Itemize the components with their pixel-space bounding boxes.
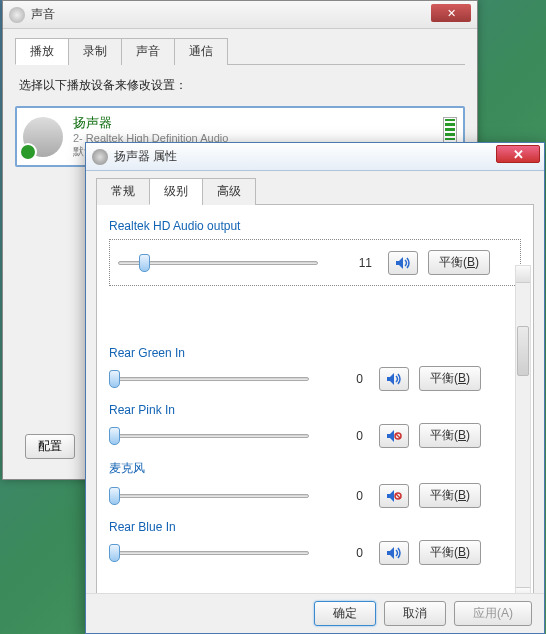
cancel-button[interactable]: 取消 xyxy=(384,601,446,626)
slider-track xyxy=(109,551,309,555)
volume-value: 0 xyxy=(319,489,369,503)
tab-advanced[interactable]: 高级 xyxy=(202,178,256,205)
props-body: 常规 级别 高级 Realtek HD Audio output11平衡(B)R… xyxy=(86,171,544,593)
svg-line-3 xyxy=(396,494,400,498)
channel-group: 麦克风0平衡(B) xyxy=(109,460,521,508)
slider-thumb[interactable] xyxy=(139,254,150,272)
scrollbar-thumb[interactable] xyxy=(517,326,529,376)
levels-panel: Realtek HD Audio output11平衡(B)Rear Green… xyxy=(96,205,534,597)
instruction-text: 选择以下播放设备来修改设置： xyxy=(19,77,461,94)
mute-button[interactable] xyxy=(388,251,418,275)
tab-communications[interactable]: 通信 xyxy=(174,38,228,65)
sound-titlebar[interactable]: 声音 ✕ xyxy=(3,1,477,29)
channel-row: 0平衡(B) xyxy=(109,366,521,391)
balance-button[interactable]: 平衡(B) xyxy=(419,366,481,391)
channel-group: Rear Blue In0平衡(B) xyxy=(109,520,521,565)
volume-value: 11 xyxy=(328,256,378,270)
tab-playback[interactable]: 播放 xyxy=(15,38,69,65)
props-footer: 确定 取消 应用(A) xyxy=(86,593,544,633)
sound-tabstrip: 播放 录制 声音 通信 xyxy=(15,37,465,65)
channel-group: Realtek HD Audio output11平衡(B) xyxy=(109,219,521,286)
channel-row: 0平衡(B) xyxy=(109,483,521,508)
tab-levels[interactable]: 级别 xyxy=(149,178,203,205)
channel-group: Rear Green In0平衡(B) xyxy=(109,346,521,391)
speaker-device-icon xyxy=(23,117,63,157)
sound-window-title: 声音 xyxy=(31,6,55,23)
mute-button[interactable] xyxy=(379,367,409,391)
ok-button[interactable]: 确定 xyxy=(314,601,376,626)
configure-button[interactable]: 配置 xyxy=(25,434,75,459)
props-title: 扬声器 属性 xyxy=(114,148,177,165)
tab-sounds[interactable]: 声音 xyxy=(121,38,175,65)
mute-button[interactable] xyxy=(379,424,409,448)
volume-slider[interactable] xyxy=(109,486,309,506)
channel-label: 麦克风 xyxy=(109,460,521,477)
balance-button[interactable]: 平衡(B) xyxy=(419,540,481,565)
speaker-small-icon xyxy=(92,149,108,165)
volume-value: 0 xyxy=(319,546,369,560)
slider-thumb[interactable] xyxy=(109,487,120,505)
channel-label: Rear Green In xyxy=(109,346,521,360)
channel-label: Rear Blue In xyxy=(109,520,521,534)
volume-value: 0 xyxy=(319,429,369,443)
slider-thumb[interactable] xyxy=(109,370,120,388)
close-button[interactable]: ✕ xyxy=(496,145,540,163)
channel-row: 0平衡(B) xyxy=(109,540,521,565)
svg-line-1 xyxy=(396,434,400,438)
mute-button[interactable] xyxy=(379,484,409,508)
channel-label: Rear Pink In xyxy=(109,403,521,417)
close-icon[interactable]: ✕ xyxy=(431,4,471,22)
apply-button[interactable]: 应用(A) xyxy=(454,601,532,626)
volume-slider[interactable] xyxy=(109,543,309,563)
tab-general[interactable]: 常规 xyxy=(96,178,150,205)
mute-button[interactable] xyxy=(379,541,409,565)
tab-recording[interactable]: 录制 xyxy=(68,38,122,65)
slider-track xyxy=(109,434,309,438)
balance-button[interactable]: 平衡(B) xyxy=(428,250,490,275)
channel-group: Rear Pink In0平衡(B) xyxy=(109,403,521,448)
volume-value: 0 xyxy=(319,372,369,386)
volume-slider[interactable] xyxy=(109,369,309,389)
vertical-scrollbar[interactable] xyxy=(515,265,531,597)
volume-slider[interactable] xyxy=(109,426,309,446)
props-titlebar[interactable]: 扬声器 属性 ✕ xyxy=(86,143,544,171)
volume-slider[interactable] xyxy=(118,253,318,273)
speaker-app-icon xyxy=(9,7,25,23)
device-name: 扬声器 xyxy=(73,114,443,132)
balance-button[interactable]: 平衡(B) xyxy=(419,483,481,508)
channel-row: 11平衡(B) xyxy=(109,239,521,286)
slider-track xyxy=(109,494,309,498)
slider-thumb[interactable] xyxy=(109,544,120,562)
props-tabstrip: 常规 级别 高级 xyxy=(96,177,534,205)
balance-button[interactable]: 平衡(B) xyxy=(419,423,481,448)
channel-label: Realtek HD Audio output xyxy=(109,219,521,233)
channel-row: 0平衡(B) xyxy=(109,423,521,448)
slider-track xyxy=(109,377,309,381)
speaker-properties-window: 扬声器 属性 ✕ 常规 级别 高级 Realtek HD Audio outpu… xyxy=(85,142,545,634)
slider-thumb[interactable] xyxy=(109,427,120,445)
